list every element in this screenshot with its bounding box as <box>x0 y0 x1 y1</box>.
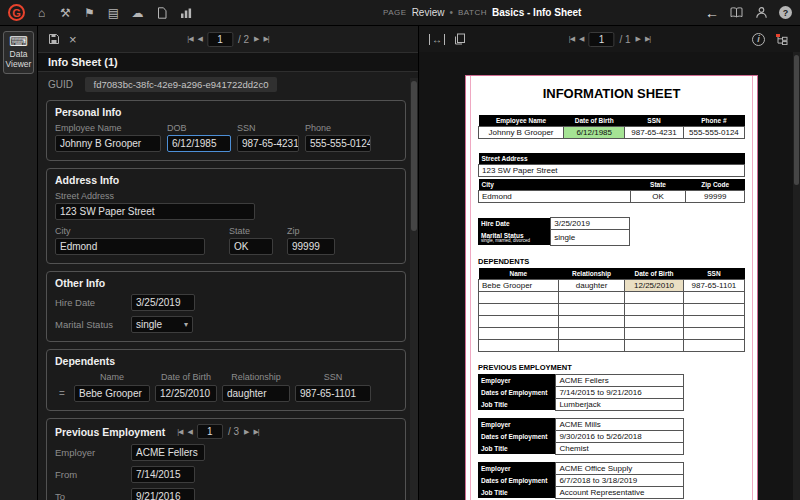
last-doc-page-icon[interactable]: ▶| <box>645 35 650 43</box>
flag-icon[interactable]: ⚑ <box>82 6 97 20</box>
viewer-page-number-input[interactable]: 1 <box>588 32 614 47</box>
grooper-logo: G <box>8 4 25 21</box>
cloud-icon[interactable]: ☁ <box>130 6 145 20</box>
last-record-icon[interactable]: ▶| <box>253 428 258 436</box>
guid-row: GUID fd7083bc-38fc-42e9-a296-e941722dd2c… <box>38 72 418 97</box>
city-input[interactable]: Edmond <box>55 238 205 255</box>
doc-cell-highlighted: 6/12/1985 <box>564 127 625 139</box>
first-record-icon[interactable]: |◀ <box>177 428 182 436</box>
help-icon[interactable]: ? <box>779 6 792 19</box>
dependent-row: = Bebe Grooper 12/25/2010 daughter 987-6… <box>55 385 397 402</box>
to-date-input[interactable]: 9/21/2016 <box>131 488 195 500</box>
data-viewer-tab[interactable]: ⌨ Data Viewer <box>3 31 34 74</box>
prev-doc-page-icon[interactable]: ◀ <box>579 35 583 43</box>
batch-value[interactable]: Basics - Info Sheet <box>492 7 581 18</box>
employment-record-number-input[interactable]: 1 <box>197 424 223 439</box>
doc-row-header: Dates of Employment <box>478 474 556 486</box>
doc-column-header: City <box>479 179 631 191</box>
doc-row-header: Employer <box>478 418 556 430</box>
doc-cell: 6/7/2018 to 3/18/2019 <box>556 474 683 486</box>
batch-label: BATCH <box>458 8 487 17</box>
left-rail: ⌨ Data Viewer <box>0 26 38 500</box>
city-state-zip-table: City State Zip Code Edmond OK 99999 <box>478 179 745 203</box>
empty-row <box>479 327 745 339</box>
viewer-scrollbar[interactable] <box>793 52 800 500</box>
zip-field: Zip 99999 <box>287 226 335 255</box>
dependent-dob-input[interactable]: 12/25/2010 <box>155 385 217 402</box>
context-breadcrumb: PAGE Review • BATCH Basics - Info Sheet <box>383 0 581 25</box>
section-title: Other Info <box>55 277 397 289</box>
next-record-icon[interactable]: ▶ <box>244 428 248 436</box>
address-info-section: Address Info Street Address 123 SW Paper… <box>46 168 406 264</box>
from-date-input[interactable]: 7/14/2015 <box>131 466 195 483</box>
book-icon[interactable] <box>729 7 744 18</box>
close-icon[interactable]: × <box>69 33 77 46</box>
state-input[interactable]: OK <box>229 238 273 255</box>
dob-input[interactable]: 6/12/1985 <box>167 135 231 152</box>
page-margin-line <box>752 76 753 500</box>
first-doc-page-icon[interactable]: |◀ <box>569 35 574 43</box>
field-label: From <box>55 469 131 480</box>
street-address-input[interactable]: 123 SW Paper Street <box>55 203 255 220</box>
back-icon[interactable]: ← <box>705 5 719 21</box>
document-viewer-panel: ↔ |◀ ◀ 1 / 1 ▶ ▶| i <box>419 26 800 500</box>
last-page-icon[interactable]: ▶| <box>263 35 268 43</box>
employer-input[interactable]: ACME Fellers <box>131 444 205 461</box>
selected-option: single <box>136 319 162 331</box>
doc-column-header: State <box>630 179 686 191</box>
tools-icon[interactable]: ⚒ <box>58 6 73 20</box>
user-icon[interactable] <box>754 6 769 19</box>
empty-row <box>479 315 745 327</box>
info-icon[interactable]: i <box>752 33 765 46</box>
form-scrollbar[interactable] <box>410 78 418 500</box>
column-header: Relationship <box>222 372 290 382</box>
form-page-number-input[interactable]: 1 <box>207 32 233 47</box>
next-doc-page-icon[interactable]: ▶ <box>636 35 640 43</box>
prev-record-icon[interactable]: ◀ <box>187 428 191 436</box>
section-title: Dependents <box>55 355 397 367</box>
doc-row-header: Dates of Employment <box>478 430 556 442</box>
batches-icon[interactable]: ▤ <box>106 6 121 20</box>
row-handle-icon[interactable]: = <box>55 388 69 399</box>
marital-status-select[interactable]: single ▾ <box>131 316 193 333</box>
pages-icon[interactable] <box>454 33 466 45</box>
column-header: Date of Birth <box>155 372 217 382</box>
doc-cell: ACME Office Supply <box>556 462 683 474</box>
dependent-name-input[interactable]: Bebe Grooper <box>74 385 150 402</box>
home-icon[interactable]: ⌂ <box>34 6 49 20</box>
form-scroll-area: Personal Info Employee Name Johnny B Gro… <box>38 97 418 500</box>
doc-cell: ACME Mills <box>556 418 683 430</box>
document-title: INFORMATION SHEET <box>478 86 745 101</box>
guid-value[interactable]: fd7083bc-38fc-42e9-a296-e941722dd2c0 <box>85 77 277 92</box>
state-field: State OK <box>229 226 273 255</box>
save-icon[interactable] <box>48 33 60 45</box>
fit-width-icon[interactable]: ↔ <box>429 34 445 45</box>
employee-name-input[interactable]: Johnny B Grooper <box>55 135 161 152</box>
prev-page-icon[interactable]: ◀ <box>198 35 202 43</box>
to-row: To 9/21/2016 <box>55 488 397 500</box>
first-page-icon[interactable]: |◀ <box>187 35 192 43</box>
doc-cell: 9/30/2016 to 5/26/2018 <box>556 430 683 442</box>
document-icon[interactable] <box>154 7 169 19</box>
phone-input[interactable]: 555-555-0124 <box>305 135 371 152</box>
dependent-relationship-input[interactable]: daughter <box>222 385 290 402</box>
zip-input[interactable]: 99999 <box>287 238 335 255</box>
personal-info-section: Personal Info Employee Name Johnny B Gro… <box>46 100 406 161</box>
bar-chart-icon[interactable] <box>178 7 193 19</box>
doc-column-header: Phone # <box>683 115 744 127</box>
form-title: Info Sheet (1) <box>38 52 418 72</box>
employment-block-2: Employer ACME Mills Dates of Employment … <box>478 418 684 455</box>
hire-date-input[interactable]: 3/25/2019 <box>131 294 195 311</box>
ssn-input[interactable]: 987-65-4231 <box>237 135 299 152</box>
page-value[interactable]: Review <box>412 7 445 18</box>
doc-row-header: Employer <box>478 462 556 474</box>
tree-view-icon[interactable] <box>775 33 788 45</box>
doc-cell: Bebe Grooper <box>479 279 559 291</box>
doc-cell: Chemist <box>556 442 683 454</box>
next-page-icon[interactable]: ▶ <box>254 35 258 43</box>
document-area[interactable]: INFORMATION SHEET Employee Name Date of … <box>419 52 800 500</box>
form-scrollbar-thumb[interactable] <box>411 81 417 231</box>
viewer-scrollbar-thumb[interactable] <box>794 55 799 185</box>
dependent-ssn-input[interactable]: 987-65-1101 <box>295 385 371 402</box>
empty-row <box>479 339 745 351</box>
